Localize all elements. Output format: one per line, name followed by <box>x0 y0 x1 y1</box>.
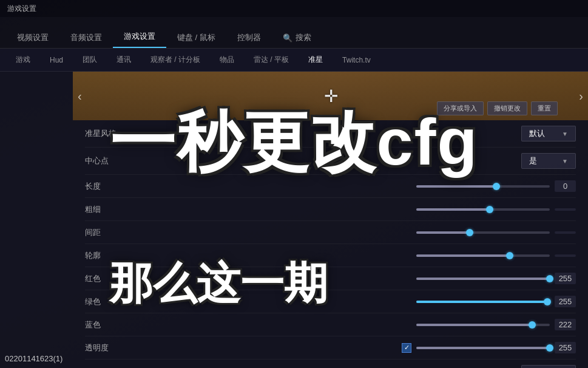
slider-outline-value <box>555 254 576 257</box>
nav-game[interactable]: 游戏设置 <box>113 26 166 48</box>
slider-gap-track[interactable] <box>416 231 550 234</box>
slider-green-track[interactable] <box>416 301 550 303</box>
slider-red-value: 255 <box>555 273 576 284</box>
slider-opacity-track[interactable] <box>416 347 550 349</box>
dropdown-center[interactable]: 是 ▼ <box>521 153 576 169</box>
next-arrow[interactable]: › <box>579 89 583 103</box>
preview-buttons: 分享或导入 撤销更改 重置 <box>437 101 558 115</box>
control-t-crosshair[interactable]: 是 ▼ <box>521 365 576 368</box>
setting-row-blue: 蓝色 222 <box>85 313 576 336</box>
setting-row-gap: 间距 <box>85 221 576 244</box>
label-thickness: 粗细 <box>85 204 133 215</box>
slider-green-thumb[interactable] <box>544 298 551 305</box>
chevron-down-icon: ▼ <box>562 158 568 165</box>
slider-red-thumb[interactable] <box>546 275 553 282</box>
control-thickness <box>416 208 576 211</box>
nav-search[interactable]: 🔍 搜索 <box>272 27 322 48</box>
dropdown-crosshair-style[interactable]: 默认 ▼ <box>521 126 576 141</box>
slider-outline-track[interactable] <box>416 254 550 257</box>
chevron-down-icon: ▼ <box>562 131 568 137</box>
slider-thickness-value <box>555 208 576 211</box>
slider-thickness-thumb[interactable] <box>486 206 493 213</box>
subnav-game[interactable]: 游戏 <box>6 51 40 69</box>
subnav-radar[interactable]: 雷达 / 平板 <box>244 51 299 69</box>
slider-blue-track[interactable] <box>416 324 550 326</box>
setting-row-length: 长度 0 <box>85 175 576 198</box>
control-blue: 222 <box>416 319 576 330</box>
top-nav: 视频设置 音频设置 游戏设置 键盘 / 鼠标 控制器 🔍 搜索 <box>0 17 588 49</box>
slider-length-thumb[interactable] <box>493 183 500 190</box>
control-red: 255 <box>416 273 576 284</box>
reset-button[interactable]: 重置 <box>531 101 558 115</box>
control-opacity: ✓ 255 <box>402 342 576 353</box>
slider-length-fill <box>416 185 496 188</box>
label-center: 中心点 <box>85 155 133 166</box>
setting-row-t-crosshair: T 形准星 是 ▼ <box>85 359 576 368</box>
slider-thickness-fill <box>416 208 490 211</box>
bottom-filename: 02201141623(1) <box>5 354 63 363</box>
subnav-items[interactable]: 物品 <box>210 51 244 69</box>
dropdown-t-crosshair[interactable]: 是 ▼ <box>521 365 576 368</box>
crosshair-symbol: ✛ <box>324 86 337 106</box>
subnav-twitch[interactable]: Twitch.tv <box>333 52 380 68</box>
control-green: 255 <box>416 296 576 307</box>
label-crosshair-style: 准星风格 <box>85 128 133 139</box>
content-area: ‹ ✛ 分享或导入 撤销更改 重置 › 准星风格 默认 ▼ 中心点 <box>0 72 588 368</box>
search-label: 搜索 <box>296 32 311 43</box>
slider-blue-value: 222 <box>555 319 576 330</box>
prev-arrow[interactable]: ‹ <box>78 89 82 103</box>
preview-background: ‹ ✛ 分享或导入 撤销更改 重置 › <box>73 72 588 120</box>
settings-body: 准星风格 默认 ▼ 中心点 是 ▼ 长度 <box>73 120 588 368</box>
setting-row-center: 中心点 是 ▼ <box>85 148 576 175</box>
slider-outline-fill <box>416 254 510 257</box>
slider-blue-thumb[interactable] <box>529 321 536 329</box>
opacity-checkbox[interactable]: ✓ <box>402 343 411 353</box>
label-length: 长度 <box>85 181 133 192</box>
label-outline: 轮廓 <box>85 250 133 261</box>
slider-red-fill <box>416 278 550 280</box>
control-length: 0 <box>416 180 576 192</box>
slider-red-track[interactable] <box>416 278 550 280</box>
dropdown-center-value: 是 <box>529 155 537 166</box>
title-text: 游戏设置 <box>7 4 36 14</box>
setting-row-green: 绿色 255 <box>85 290 576 313</box>
nav-audio[interactable]: 音频设置 <box>59 27 113 48</box>
subnav-observer[interactable]: 观察者 / 计分板 <box>141 51 210 69</box>
slider-gap-thumb[interactable] <box>466 229 473 236</box>
subnav-team[interactable]: 团队 <box>73 51 107 69</box>
control-outline <box>416 254 576 257</box>
undo-button[interactable]: 撤销更改 <box>487 101 527 115</box>
slider-gap-fill <box>416 231 470 234</box>
nav-video[interactable]: 视频设置 <box>6 27 59 48</box>
title-bar: 游戏设置 <box>0 0 588 17</box>
slider-blue-fill <box>416 324 532 326</box>
subnav-hud[interactable]: Hud <box>40 52 73 68</box>
slider-green-fill <box>416 301 547 303</box>
slider-opacity-thumb[interactable] <box>546 344 553 352</box>
sub-nav: 游戏 Hud 团队 通讯 观察者 / 计分板 物品 雷达 / 平板 准星 Twi… <box>0 49 588 72</box>
search-icon: 🔍 <box>283 33 292 43</box>
slider-thickness-track[interactable] <box>416 208 550 211</box>
control-center[interactable]: 是 ▼ <box>521 153 576 169</box>
slider-outline-thumb[interactable] <box>506 252 513 259</box>
control-crosshair-style[interactable]: 默认 ▼ <box>521 126 576 141</box>
subnav-crosshair[interactable]: 准星 <box>299 51 333 69</box>
dropdown-crosshair-style-value: 默认 <box>529 128 545 139</box>
setting-row-crosshair-style: 准星风格 默认 ▼ <box>85 120 576 148</box>
slider-opacity-value: 255 <box>555 342 576 353</box>
nav-keyboard[interactable]: 键盘 / 鼠标 <box>166 27 226 48</box>
label-green: 绿色 <box>85 296 133 307</box>
label-opacity: 透明度 <box>85 342 133 353</box>
setting-row-thickness: 粗细 <box>85 198 576 221</box>
crosshair-preview: ‹ ✛ 分享或导入 撤销更改 重置 › <box>73 72 588 120</box>
check-icon: ✓ <box>404 344 410 352</box>
share-import-button[interactable]: 分享或导入 <box>437 101 484 115</box>
nav-controller[interactable]: 控制器 <box>226 27 272 48</box>
subnav-comm[interactable]: 通讯 <box>107 51 141 69</box>
slider-length-value: 0 <box>555 180 576 192</box>
setting-row-red: 红色 255 <box>85 267 576 290</box>
control-gap <box>416 231 576 234</box>
label-red: 红色 <box>85 273 133 284</box>
slider-length-track[interactable] <box>416 185 550 188</box>
label-blue: 蓝色 <box>85 319 133 330</box>
